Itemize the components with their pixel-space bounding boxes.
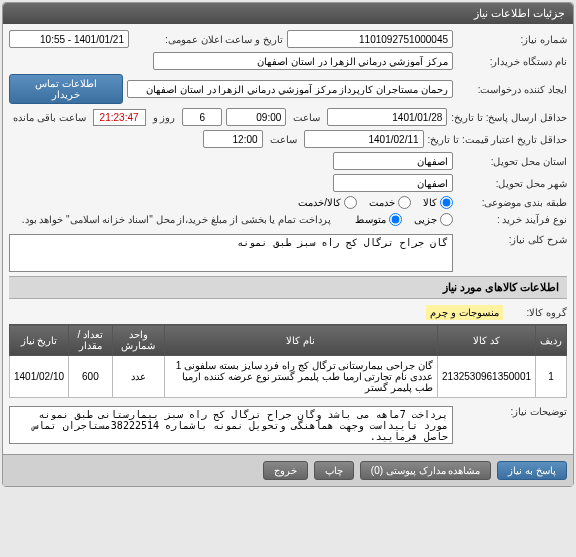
- th-date: تاریخ نیاز: [10, 325, 69, 356]
- purchase-type-label: نوع فرآیند خرید :: [457, 214, 567, 225]
- cat-both-label: کالا/خدمت: [298, 197, 341, 208]
- deadline-time-field[interactable]: [226, 108, 286, 126]
- print-button[interactable]: چاپ: [314, 461, 354, 480]
- th-unit: واحد شمارش: [112, 325, 164, 356]
- days-field[interactable]: [182, 108, 222, 126]
- cell-date: 1401/02/10: [10, 356, 69, 398]
- remain-label: ساعت باقی مانده: [13, 112, 86, 123]
- deliver-city-label: شهر محل تحویل:: [457, 178, 567, 189]
- desc-label: شرح کلی نیاز:: [457, 234, 567, 245]
- deliver-city-field[interactable]: [333, 174, 453, 192]
- deadline-date-field[interactable]: [327, 108, 447, 126]
- panel-title: جزئیات اطلاعات نیاز: [3, 3, 573, 24]
- validity-label: حداقل تاریخ اعتبار قیمت: تا تاریخ:: [428, 134, 567, 145]
- buyer-field[interactable]: [153, 52, 453, 70]
- time-label-1: ساعت: [293, 112, 320, 123]
- desc-textarea[interactable]: [9, 234, 453, 272]
- th-code: کد کالا: [438, 325, 536, 356]
- time-label-2: ساعت: [270, 134, 297, 145]
- validity-date-field[interactable]: [304, 130, 424, 148]
- cell-code: 2132530961350001: [438, 356, 536, 398]
- validity-time-field[interactable]: [203, 130, 263, 148]
- th-idx: ردیف: [536, 325, 567, 356]
- cell-name: گان جراحی بیمارستانی ترگال کج راه فرد سا…: [164, 356, 437, 398]
- deliver-prov-field[interactable]: [333, 152, 453, 170]
- purchase-type-radio-group: جزیی متوسط: [355, 213, 453, 226]
- need-no-field[interactable]: [287, 30, 453, 48]
- items-table: ردیف کد کالا نام کالا واحد شمارش تعداد /…: [9, 324, 567, 398]
- deadline-label: حداقل ارسال پاسخ: تا تاریخ:: [451, 112, 567, 123]
- pt-medium-radio[interactable]: [389, 213, 402, 226]
- buyer-label: نام دستگاه خریدار:: [457, 56, 567, 67]
- pt-small-radio[interactable]: [440, 213, 453, 226]
- announce-label: تاریخ و ساعت اعلان عمومی:: [133, 34, 283, 45]
- attachments-button[interactable]: مشاهده مدارک پیوستی (0): [360, 461, 492, 480]
- table-row[interactable]: 1 2132530961350001 گان جراحی بیمارستانی …: [10, 356, 567, 398]
- group-label: گروه کالا:: [507, 307, 567, 318]
- exit-button[interactable]: خروج: [263, 461, 308, 480]
- creator-label: ایجاد کننده درخواست:: [457, 84, 567, 95]
- deliver-prov-label: استان محل تحویل:: [457, 156, 567, 167]
- cat-goods-label: کالا: [423, 197, 437, 208]
- remarks-textarea[interactable]: [9, 406, 453, 444]
- cat-service-radio[interactable]: [398, 196, 411, 209]
- reply-button[interactable]: پاسخ به نیاز: [497, 461, 567, 480]
- cat-service-label: خدمت: [369, 197, 395, 208]
- need-no-label: شماره نیاز:: [457, 34, 567, 45]
- category-label: طبقه بندی موضوعی:: [457, 197, 567, 208]
- pt-small-label: جزیی: [414, 214, 437, 225]
- footer-bar: پاسخ به نیاز مشاهده مدارک پیوستی (0) چاپ…: [3, 454, 573, 486]
- remarks-label: توضیحات نیاز:: [457, 406, 567, 417]
- pt-medium-label: متوسط: [355, 214, 386, 225]
- group-value: منسوجات و چرم: [426, 305, 503, 320]
- contact-button[interactable]: اطلاعات تماس خریدار: [9, 74, 123, 104]
- cell-qty: 600: [69, 356, 113, 398]
- creator-field[interactable]: [127, 80, 453, 98]
- cell-idx: 1: [536, 356, 567, 398]
- category-radio-group: کالا خدمت کالا/خدمت: [298, 196, 453, 209]
- cat-goods-radio[interactable]: [440, 196, 453, 209]
- cat-both-radio[interactable]: [344, 196, 357, 209]
- announce-field[interactable]: [9, 30, 129, 48]
- day-and-label: روز و: [153, 112, 176, 123]
- th-qty: تعداد / مقدار: [69, 325, 113, 356]
- cell-unit: عدد: [112, 356, 164, 398]
- items-section-title: اطلاعات کالاهای مورد نیاز: [9, 276, 567, 299]
- countdown-value: 21:23:47: [93, 109, 146, 126]
- th-name: نام کالا: [164, 325, 437, 356]
- payment-note: پرداخت تمام یا بخشی از مبلغ خرید،از محل …: [22, 214, 331, 225]
